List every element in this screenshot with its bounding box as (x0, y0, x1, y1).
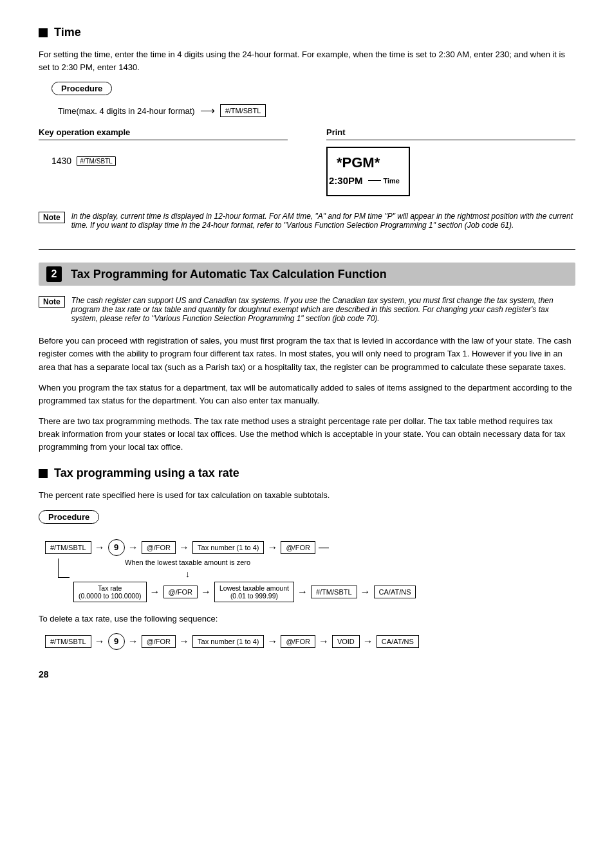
section-banner-title: Tax Programming for Automatic Tax Calcul… (71, 268, 387, 281)
print-box: *PGM* 2:30PM Time (326, 147, 410, 196)
print-time-value: 2:30PM (329, 175, 363, 186)
del-flow-for1: @/FOR (142, 635, 176, 648)
flow-tax-rate: Tax rate(0.0000 to 100.0000) (73, 582, 147, 602)
arr3: → (179, 542, 189, 553)
pgm-text: *PGM* (337, 154, 400, 171)
time-title-text: Time (54, 26, 81, 39)
tax-rate-title: Tax programming using a tax rate (39, 466, 575, 480)
arr9: → (360, 587, 371, 597)
flow-lowest-taxable: Lowest taxable amount(0.01 to 999.99) (214, 582, 294, 602)
procedure-tag: Procedure (51, 82, 112, 95)
down-arrow-icon: ↓ (185, 569, 190, 579)
tax-section: 2 Tax Programming for Automatic Tax Calc… (39, 263, 575, 454)
flow-for2: @/FOR (281, 541, 315, 554)
time-title: Time (39, 26, 575, 39)
tax-para3: There are two tax programming methods. T… (39, 415, 575, 454)
flow-for3: @/FOR (163, 586, 198, 598)
when-zero-label: When the lowest taxable amount is zero (125, 559, 250, 566)
time-procedure-flow: Procedure Time(max. 4 digits in 24-hour … (51, 82, 575, 117)
arr4: → (267, 542, 277, 553)
flow-for1: @/FOR (142, 541, 176, 554)
arrow-right-icon: ⟶ (200, 106, 215, 116)
del-arr2: → (128, 636, 138, 647)
time-description: For setting the time, enter the time in … (39, 48, 575, 74)
time-note-text: In the display, current time is displaye… (71, 212, 575, 230)
tax-note-box: Note The cash register can support US an… (39, 296, 575, 323)
del-arr1: → (95, 636, 105, 647)
key-op-value: 1430 (51, 156, 71, 166)
procedure-tag-2: Procedure (39, 510, 99, 524)
note-label: Note (39, 212, 65, 223)
tax-note-text: The cash register can support US and Can… (71, 296, 575, 323)
del-arr4: → (267, 636, 277, 647)
tax-rate-desc: The percent rate specified here is used … (39, 489, 575, 502)
time-section: Time For setting the time, enter the tim… (39, 26, 575, 230)
key-print-area: Key operation example 1430 #/TM/SBTL Pri… (39, 127, 575, 196)
key-op-key-btn: #/TM/SBTL (77, 156, 116, 166)
del-flow-for2: @/FOR (281, 635, 315, 648)
time-note-box: Note In the display, current time is dis… (39, 212, 575, 230)
del-arr6: → (363, 636, 373, 647)
delete-flow-diagram: #/TM/SBTL → 9 → @/FOR → Tax number (1 to… (45, 633, 575, 650)
arr5: — (319, 542, 329, 553)
time-line: 2:30PM Time (337, 175, 400, 186)
flow-num1: 9 (108, 539, 125, 556)
flow-key1: #/TM/SBTL (45, 541, 91, 554)
del-arr5: → (319, 636, 329, 647)
section-banner: 2 Tax Programming for Automatic Tax Calc… (39, 263, 575, 286)
del-flow-void: VOID (332, 635, 360, 648)
del-flow-num1: 9 (108, 633, 125, 650)
tax-para2: When you program the tax status for a de… (39, 382, 575, 407)
del-flow-key1: #/TM/SBTL (45, 635, 91, 648)
delete-label: To delete a tax rate, use the following … (39, 613, 575, 625)
black-square-icon (39, 28, 48, 37)
tax-rate-section: Tax programming using a tax rate The per… (39, 466, 575, 649)
tax-para1: Before you can proceed with registration… (39, 335, 575, 373)
arr1: → (95, 542, 105, 553)
flow-time-label: Time(max. 4 digits in 24-hour format) (58, 106, 195, 116)
arr6: → (150, 587, 160, 597)
tax-rate-flow-diagram: #/TM/SBTL → 9 → @/FOR → Tax number (1 to… (45, 539, 575, 602)
page-number: 28 (39, 669, 575, 679)
print-header: Print (326, 127, 575, 140)
del-flow-tax-number: Tax number (1 to 4) (192, 635, 264, 648)
arr2: → (128, 542, 138, 553)
tax-rate-title-text: Tax programming using a tax rate (54, 466, 239, 480)
print-col: Print *PGM* 2:30PM Time (326, 127, 575, 196)
section-num-badge: 2 (46, 266, 62, 282)
del-arr3: → (179, 636, 189, 647)
flow-key2: #/TM/SBTL (311, 586, 357, 598)
key-op-col: Key operation example 1430 #/TM/SBTL (39, 127, 288, 166)
black-square-icon2 (39, 469, 48, 478)
print-time-label: Time (384, 177, 400, 185)
arr8: → (297, 587, 308, 597)
arr7: → (201, 587, 211, 597)
tax-note-label: Note (39, 296, 65, 308)
del-flow-ca-at-ns: CA/AT/NS (377, 635, 419, 648)
flow-key-htm-sbtl: #/TM/SBTL (220, 104, 266, 117)
key-op-header: Key operation example (39, 127, 288, 140)
flow-tax-number: Tax number (1 to 4) (192, 541, 264, 554)
flow-ca-at-ns: CA/AT/NS (374, 586, 416, 598)
